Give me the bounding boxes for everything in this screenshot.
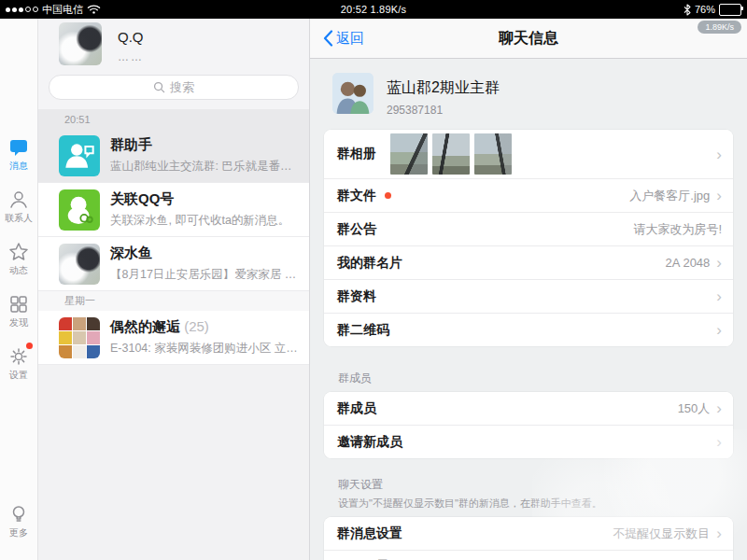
back-button[interactable]: 返回 xyxy=(310,30,364,48)
chat-list-item[interactable]: 深水鱼 【8月17日止安居乐园】爱家家居 制衣 xyxy=(38,237,309,291)
group-id: 295387181 xyxy=(387,104,500,117)
photo-thumbnail[interactable] xyxy=(432,133,470,175)
section-label: 聊天设置 xyxy=(338,477,719,493)
row-label: 群资料 xyxy=(337,288,376,305)
group-assistant-avatar xyxy=(59,135,100,176)
chat-subtitle: 【8月17日止安居乐园】爱家家居 制衣 xyxy=(110,267,302,283)
group-avatar[interactable] xyxy=(332,73,374,114)
chat-subtitle: E-3104: 家装网装修团购进小区 立省30 xyxy=(110,341,302,357)
chat-texts: 偶然的邂逅 (25)E-3104: 家装网装修团购进小区 立省30 xyxy=(110,318,309,357)
message-bubble-icon xyxy=(7,136,30,159)
info-row[interactable]: 群资料› xyxy=(324,280,733,314)
row-value: 请大家改为房号! xyxy=(633,221,722,238)
back-label: 返回 xyxy=(336,30,364,48)
chat-list-item[interactable]: 偶然的邂逅 (25)E-3104: 家装网装修团购进小区 立省30 xyxy=(38,311,309,365)
sidebar-item-label: 设置 xyxy=(9,369,28,382)
row-label: 群文件 xyxy=(337,188,376,204)
chat-subtitle: 关联深水鱼, 即可代收ta的新消息。 xyxy=(110,213,302,229)
lightbulb-icon xyxy=(7,503,30,525)
sidebar-item-settings[interactable]: 设置 xyxy=(0,345,37,382)
chat-section-header: 20:51 xyxy=(38,109,309,129)
status-time-speed: 20:52 1.89K/s xyxy=(341,0,407,19)
info-row[interactable]: 群文件入户餐客厅.jpg› xyxy=(324,179,733,213)
qq-penguin-avatar xyxy=(59,189,100,231)
carrier-label: 中国电信 xyxy=(42,3,83,17)
sidebar-item-discover[interactable]: 发现 xyxy=(0,293,37,329)
sidebar-item-label: 联系人 xyxy=(5,212,33,225)
photo-thumbnail[interactable] xyxy=(474,133,512,175)
info-row[interactable]: 邀请新成员› xyxy=(324,426,733,458)
chevron-right-icon: › xyxy=(716,400,722,416)
row-value: 150人 xyxy=(678,400,711,417)
row-label: 邀请新成员 xyxy=(337,434,402,451)
red-dot-badge xyxy=(385,192,391,199)
sidebar-item-label: 发现 xyxy=(9,316,28,329)
sidebar-item-label: 更多 xyxy=(9,526,28,539)
left-nav-rail: 消息联系人动态发现设置更多 xyxy=(0,19,38,560)
sidebar-item-label: 消息 xyxy=(9,160,28,173)
info-row[interactable]: 群相册› xyxy=(324,130,733,179)
section-note: 设置为"不提醒仅显示数目"群的新消息，在群助手中查看。 xyxy=(338,497,719,511)
row-label: 群成员 xyxy=(337,400,376,417)
row-value: 2A 2048 xyxy=(666,256,711,270)
search-icon xyxy=(153,81,165,93)
info-card: 群消息设置不提醒仅显示数目›聊天背景› xyxy=(324,517,733,560)
chat-title: 偶然的邂逅 (25) xyxy=(110,318,302,336)
chevron-right-icon: › xyxy=(716,434,722,450)
chat-list-item[interactable]: 关联QQ号 关联深水鱼, 即可代收ta的新消息。 xyxy=(38,183,309,237)
info-row[interactable]: 群二维码› xyxy=(324,314,733,346)
gear-icon xyxy=(7,345,30,368)
section-label: 群成员 xyxy=(338,371,719,386)
sidebar-item-label: 动态 xyxy=(9,264,28,277)
album-thumbnails xyxy=(390,133,512,175)
grid-icon xyxy=(7,293,30,315)
info-row[interactable]: 群消息设置不提醒仅显示数目› xyxy=(324,517,733,551)
info-card: 群成员150人›邀请新成员› xyxy=(324,392,733,458)
battery-icon xyxy=(719,4,741,16)
chevron-right-icon: › xyxy=(716,322,722,338)
chat-title: 群助手 xyxy=(110,136,302,154)
group-photo-grid-avatar xyxy=(59,317,100,358)
contact-photo-avatar xyxy=(59,244,100,285)
back-chevron-icon xyxy=(323,30,333,47)
chat-list-item[interactable]: 群助手 蓝山郡纯业主交流群: 巴乐就是番石榴啊 xyxy=(38,129,309,183)
chat-info-panel: 1.89K/s 返回 聊天信息 xyxy=(310,19,747,560)
info-navbar: 返回 聊天信息 xyxy=(310,19,747,59)
search-placeholder: 搜索 xyxy=(170,79,194,96)
bluetooth-icon xyxy=(684,4,691,16)
row-label: 群二维码 xyxy=(337,322,389,339)
info-row[interactable]: 我的群名片2A 2048› xyxy=(324,246,733,280)
my-name: Q.Q xyxy=(118,29,144,45)
info-row[interactable]: 群公告请大家改为房号! xyxy=(324,213,733,246)
chat-list-empty-area xyxy=(38,365,309,560)
signal-strength-icon xyxy=(6,7,38,12)
chevron-right-icon: › xyxy=(716,525,722,541)
star-icon xyxy=(7,241,30,263)
chat-texts: 关联QQ号 关联深水鱼, 即可代收ta的新消息。 xyxy=(110,190,309,229)
chevron-right-icon: › xyxy=(716,188,722,203)
search-area: 搜索 xyxy=(38,73,309,109)
row-label: 群公告 xyxy=(337,221,376,238)
wifi-icon xyxy=(87,4,101,15)
photo-thumbnail[interactable] xyxy=(390,133,428,175)
sidebar-item-more[interactable]: 更多 xyxy=(0,503,37,539)
status-bar: 中国电信 20:52 1.89K/s 76% xyxy=(0,0,747,19)
my-profile[interactable]: Q.Q …… xyxy=(38,19,309,73)
sidebar-item-moments[interactable]: 动态 xyxy=(0,241,37,277)
chevron-right-icon: › xyxy=(716,147,722,162)
sidebar-item-contacts[interactable]: 联系人 xyxy=(0,189,37,225)
chevron-right-icon: › xyxy=(716,288,722,304)
chat-section-header: 星期一 xyxy=(38,291,309,311)
chevron-right-icon: › xyxy=(716,255,722,271)
info-row[interactable]: 聊天背景› xyxy=(324,551,733,560)
chat-title: 关联QQ号 xyxy=(110,190,302,208)
search-input[interactable]: 搜索 xyxy=(49,75,299,100)
page-title: 聊天信息 xyxy=(499,29,558,49)
row-value: 入户餐客厅.jpg xyxy=(629,188,710,204)
sidebar-item-messages[interactable]: 消息 xyxy=(0,136,37,173)
my-avatar[interactable] xyxy=(59,22,102,65)
info-row[interactable]: 群成员150人› xyxy=(324,392,733,426)
row-value: 不提醒仅显示数目 xyxy=(613,525,710,542)
chat-list: 20:51群助手 蓝山郡纯业主交流群: 巴乐就是番石榴啊关联QQ号 关联深水鱼,… xyxy=(38,109,309,560)
my-status: …… xyxy=(118,50,144,63)
